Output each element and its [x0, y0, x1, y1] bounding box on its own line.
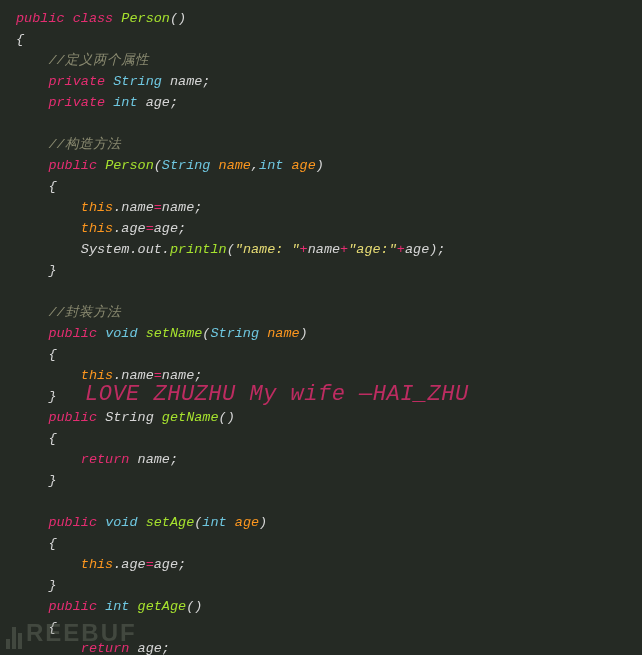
type: int [113, 95, 137, 110]
type: String [113, 74, 162, 89]
comment: //封装方法 [48, 305, 120, 320]
code-block: public class Person() { //定义两个属性 private… [0, 0, 642, 655]
keyword: public [16, 11, 65, 26]
punct: () [170, 11, 186, 26]
brace: { [16, 32, 24, 47]
ident: age [146, 95, 170, 110]
keyword: private [48, 95, 105, 110]
keyword: private [48, 74, 105, 89]
constructor: Person [105, 158, 154, 173]
keyword: public [48, 158, 97, 173]
comment: //构造方法 [48, 137, 120, 152]
ident: name [170, 74, 202, 89]
comment: //定义两个属性 [48, 53, 148, 68]
class-name: Person [121, 11, 170, 26]
keyword: class [73, 11, 114, 26]
